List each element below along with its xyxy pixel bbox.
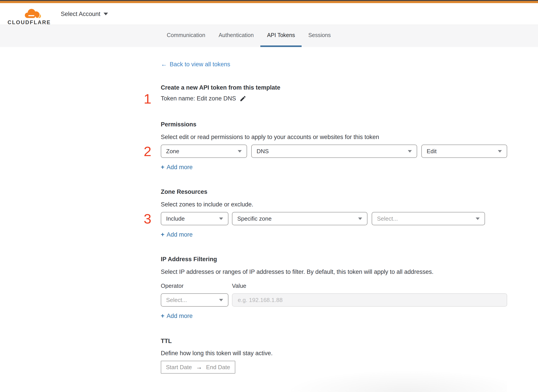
ttl-description: Define how long this token will stay act… — [161, 350, 507, 357]
ttl-heading: TTL — [161, 338, 507, 345]
select-value: Specific zone — [237, 215, 272, 222]
tab-bar: Communication Authentication API Tokens … — [0, 25, 538, 47]
add-more-label: Add more — [167, 164, 192, 171]
ip-filtering-labels: Operator Value — [161, 282, 507, 289]
ip-value-input[interactable] — [232, 293, 507, 307]
back-link-label: Back to view all tokens — [170, 61, 230, 68]
plus-icon: + — [161, 164, 164, 171]
select-value: Edit — [427, 148, 437, 155]
select-value: Include — [166, 215, 185, 222]
step-number-2: 2 — [144, 145, 151, 158]
permissions-heading: Permissions — [161, 121, 507, 128]
ip-filtering-description: Select IP addresses or ranges of IP addr… — [161, 269, 507, 275]
token-name-row: 1 Token name: Edit zone DNS — [161, 95, 507, 102]
plus-icon: + — [161, 313, 164, 319]
arrow-right-icon: → — [196, 364, 202, 371]
permission-access-select[interactable]: Edit — [421, 145, 507, 158]
edit-token-name-button[interactable] — [239, 95, 246, 102]
chevron-down-icon — [408, 150, 412, 153]
select-value: DNS — [257, 148, 269, 155]
chevron-down-icon — [219, 218, 223, 220]
zone-mode-select[interactable]: Include — [161, 212, 228, 225]
cloudflare-logo[interactable]: CLOUDFLARE — [8, 8, 49, 25]
step-number-3: 3 — [144, 212, 151, 226]
tab-label: Communication — [167, 32, 205, 38]
tab-authentication[interactable]: Authentication — [212, 25, 260, 47]
token-name-text: Token name: Edit zone DNS — [161, 95, 236, 102]
cloudflare-cloud-icon — [23, 8, 42, 19]
ip-filtering-add-more-link[interactable]: + Add more — [161, 313, 192, 319]
zone-scope-select[interactable]: Specific zone — [232, 212, 367, 225]
account-selector-label: Select Account — [61, 11, 100, 18]
zone-resources-heading: Zone Resources — [161, 188, 507, 195]
tab-label: API Tokens — [267, 32, 295, 38]
chevron-down-icon — [238, 150, 242, 153]
permissions-description: Select edit or read permissions to apply… — [161, 134, 507, 140]
add-more-label: Add more — [167, 231, 192, 238]
chevron-down-icon — [219, 299, 223, 301]
zone-resources-row: 3 Include Specific zone Select... — [161, 212, 507, 225]
permissions-add-more-link[interactable]: + Add more — [161, 164, 192, 171]
permission-category-select[interactable]: DNS — [251, 145, 417, 158]
plus-icon: + — [161, 231, 164, 238]
value-label: Value — [232, 282, 246, 289]
add-more-label: Add more — [167, 313, 192, 319]
zone-resources-description: Select zones to include or exclude. — [161, 201, 507, 208]
token-form: ← Back to view all tokens Create a new A… — [161, 47, 507, 392]
zone-resources-add-more-link[interactable]: + Add more — [161, 231, 192, 238]
permission-scope-select[interactable]: Zone — [161, 145, 247, 158]
end-date-placeholder: End Date — [206, 364, 230, 371]
back-to-tokens-link[interactable]: ← Back to view all tokens — [161, 61, 230, 68]
tab-label: Sessions — [308, 32, 331, 38]
select-placeholder: Select... — [166, 297, 187, 303]
tab-api-tokens[interactable]: API Tokens — [260, 25, 302, 47]
chevron-down-icon — [358, 218, 362, 220]
tab-communication[interactable]: Communication — [160, 25, 212, 47]
ip-filtering-heading: IP Address Filtering — [161, 256, 507, 263]
tab-label: Authentication — [219, 32, 254, 38]
tab-sessions[interactable]: Sessions — [302, 25, 337, 47]
back-arrow-icon: ← — [161, 61, 167, 68]
page-title: Create a new API token from this templat… — [161, 84, 507, 91]
orange-accent-bar — [0, 1, 538, 3]
app-header: CLOUDFLARE Select Account — [0, 3, 538, 25]
select-value: Zone — [166, 148, 179, 155]
ttl-date-range-picker[interactable]: Start Date → End Date — [161, 361, 235, 373]
select-placeholder: Select... — [377, 215, 398, 222]
step-number-1: 1 — [144, 92, 151, 106]
operator-label: Operator — [161, 282, 232, 289]
start-date-placeholder: Start Date — [166, 364, 192, 371]
pencil-icon — [239, 95, 246, 102]
account-selector[interactable]: Select Account — [61, 3, 108, 25]
zone-picker-select[interactable]: Select... — [372, 212, 485, 225]
permissions-row: 2 Zone DNS Edit — [161, 145, 507, 158]
chevron-down-icon — [103, 13, 108, 15]
chevron-down-icon — [476, 218, 480, 220]
ip-operator-select[interactable]: Select... — [161, 293, 228, 307]
chevron-down-icon — [498, 150, 502, 153]
brand-wordmark: CLOUDFLARE — [8, 19, 49, 25]
ip-filtering-row: Select... — [161, 293, 507, 307]
